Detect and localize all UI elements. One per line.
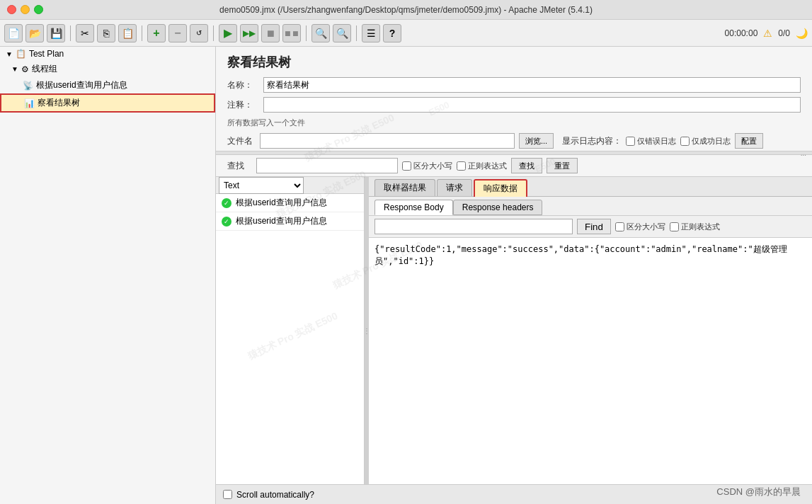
results-list: Text HTML JSON XML Boundary ✓ 根据userid查询… xyxy=(216,177,365,484)
sep2 xyxy=(142,25,142,41)
run-button[interactable]: ▶ xyxy=(219,24,237,42)
result-status-icon-1: ✓ xyxy=(222,198,231,208)
comment-label: 注释： xyxy=(227,99,259,111)
help-button[interactable]: ? xyxy=(383,24,401,42)
result-label-2: 根据userid查询用户信息 xyxy=(236,215,327,227)
tree-item-threadgroup[interactable]: ▼ ⚙ 线程组 xyxy=(0,61,215,77)
list-button[interactable]: ☰ xyxy=(362,24,380,42)
tree-item-request[interactable]: 📡 根据userid查询用户信息 xyxy=(0,77,215,93)
run-all-button[interactable]: ▶▶ xyxy=(240,24,258,42)
results-container: Text HTML JSON XML Boundary ✓ 根据userid查询… xyxy=(216,176,812,484)
main-container: ▼ 📋 Test Plan ▼ ⚙ 线程组 📡 根据userid查询用户信息 📊… xyxy=(0,47,812,504)
threadgroup-label: 线程组 xyxy=(32,63,57,75)
copy-button[interactable]: ⎘ xyxy=(97,24,115,42)
sep4 xyxy=(306,25,307,41)
stop-all-button[interactable]: ⏹⏹ xyxy=(282,24,301,42)
add-button[interactable]: + xyxy=(147,24,166,42)
left-panel: ▼ 📋 Test Plan ▼ ⚙ 线程组 📡 根据userid查询用户信息 📊… xyxy=(0,47,216,504)
case-sensitive2-text: 区分大小写 xyxy=(627,222,665,232)
find-btn[interactable]: Find xyxy=(577,219,611,234)
result-status-icon-2: ✓ xyxy=(222,217,231,227)
name-label: 名称： xyxy=(227,79,259,91)
title-bar: demo0509.jmx (/Users/zhangwenfang/Deskto… xyxy=(0,0,812,20)
result-item-2[interactable]: ✓ 根据userid查询用户信息 xyxy=(216,212,364,231)
case-sensitive-text: 区分大小写 xyxy=(413,161,452,171)
tab-sampler-results[interactable]: 取样器结果 xyxy=(374,179,435,196)
regex2-checkbox[interactable] xyxy=(670,222,679,231)
regex-checkbox[interactable] xyxy=(457,161,466,171)
file-row: 文件名 浏览... 显示日志内容： 仅错误日志 仅成功日志 配置 xyxy=(216,131,812,151)
cut-button[interactable]: ✂ xyxy=(76,24,94,42)
name-input[interactable] xyxy=(263,77,801,93)
error-log-checkbox-label[interactable]: 仅错误日志 xyxy=(626,136,676,147)
theme-toggle[interactable]: 🌙 xyxy=(796,28,808,39)
format-dropdown[interactable]: Text HTML JSON XML Boundary xyxy=(219,177,304,194)
expand-icon: ▼ xyxy=(6,50,13,58)
new-button[interactable]: 📄 xyxy=(4,24,23,42)
response-text: {"resultCode":1,"message":"success","dat… xyxy=(374,244,787,266)
minimize-button[interactable] xyxy=(21,5,30,14)
case-sensitive-label[interactable]: 区分大小写 xyxy=(402,161,452,171)
tab-request[interactable]: 请求 xyxy=(437,179,472,196)
tree-item-resulttree[interactable]: 📊 察看结果树 xyxy=(0,93,215,113)
regex2-label[interactable]: 正则表达式 xyxy=(670,222,720,232)
scroll-auto-label: Scroll automatically? xyxy=(236,490,314,500)
case-sensitive2-label[interactable]: 区分大小写 xyxy=(615,222,665,232)
search-all-button[interactable]: 🔍 xyxy=(333,24,351,42)
error-log-checkbox[interactable] xyxy=(626,137,635,146)
search-input[interactable] xyxy=(256,158,398,173)
configure-button[interactable]: 配置 xyxy=(735,133,763,149)
filename-input[interactable] xyxy=(260,133,515,149)
warning-text: 0/0 xyxy=(778,28,790,38)
success-log-checkbox-label[interactable]: 仅成功日志 xyxy=(680,136,731,147)
find-button[interactable]: 查找 xyxy=(511,158,542,173)
search-button[interactable]: 🔍 xyxy=(311,24,330,42)
reset-button[interactable]: ↺ xyxy=(190,24,208,42)
response-content: {"resultCode":1,"message":"success","dat… xyxy=(369,238,812,484)
find-input[interactable] xyxy=(374,219,573,234)
tree-item-testplan[interactable]: ▼ 📋 Test Plan xyxy=(0,47,215,61)
stop-button[interactable]: ⏹ xyxy=(261,24,280,42)
sep3 xyxy=(213,25,214,41)
expand-icon2: ▼ xyxy=(11,65,18,73)
main-content: 察看结果树 名称： 注释： 所有数据写入一个文件 文件名 浏览... 显 xyxy=(216,47,812,504)
search-row: 查找 区分大小写 正则表达式 查找 重置 xyxy=(216,155,812,176)
comment-input[interactable] xyxy=(263,97,801,113)
results-toolbar: Text HTML JSON XML Boundary xyxy=(216,177,364,194)
name-row: 名称： xyxy=(216,75,812,95)
resulttree-label: 察看结果树 xyxy=(38,97,80,109)
threadgroup-icon: ⚙ xyxy=(21,64,29,74)
case-sensitive2-checkbox[interactable] xyxy=(615,222,624,231)
results-tabs-bar: 取样器结果 请求 响应数据 xyxy=(369,177,812,197)
tab-response-data[interactable]: 响应数据 xyxy=(474,179,527,197)
browse-button[interactable]: 浏览... xyxy=(519,133,554,149)
result-item-1[interactable]: ✓ 根据userid查询用户信息 xyxy=(216,194,364,212)
save-button[interactable]: 💾 xyxy=(47,24,65,42)
success-log-label: 仅成功日志 xyxy=(692,136,731,147)
inner-tabs: Response Body Response headers xyxy=(369,197,812,216)
sep1 xyxy=(70,25,71,41)
maximize-button[interactable] xyxy=(34,5,43,14)
tab-response-body[interactable]: Response Body xyxy=(374,200,453,215)
sep5 xyxy=(356,25,357,41)
reset-button[interactable]: 重置 xyxy=(547,158,578,173)
regex2-text: 正则表达式 xyxy=(681,222,720,232)
case-sensitive-checkbox[interactable] xyxy=(402,161,411,171)
testplan-icon: 📋 xyxy=(16,49,26,59)
regex-label[interactable]: 正则表达式 xyxy=(457,161,507,171)
csdn-credit: CSDN @雨水的早晨 xyxy=(716,486,801,498)
warning-icon: ⚠ xyxy=(763,28,772,39)
find-row: Find 区分大小写 正则表达式 xyxy=(369,216,812,238)
testplan-label: Test Plan xyxy=(29,49,64,59)
toolbar: 📄 📂 💾 ✂ ⎘ 📋 + − ↺ ▶ ▶▶ ⏹ ⏹⏹ 🔍 🔍 ☰ ? 00:0… xyxy=(0,20,812,47)
right-panel: 察看结果树 名称： 注释： 所有数据写入一个文件 文件名 浏览... 显 xyxy=(216,47,812,504)
display-log-label: 显示日志内容： xyxy=(562,135,622,147)
result-label-1: 根据userid查询用户信息 xyxy=(236,197,327,209)
scroll-auto-checkbox[interactable] xyxy=(223,490,232,499)
tab-response-headers[interactable]: Response headers xyxy=(453,200,543,215)
open-button[interactable]: 📂 xyxy=(25,24,44,42)
close-button[interactable] xyxy=(7,5,16,14)
paste-button[interactable]: 📋 xyxy=(118,24,137,42)
success-log-checkbox[interactable] xyxy=(680,137,690,146)
remove-button[interactable]: − xyxy=(168,24,187,42)
